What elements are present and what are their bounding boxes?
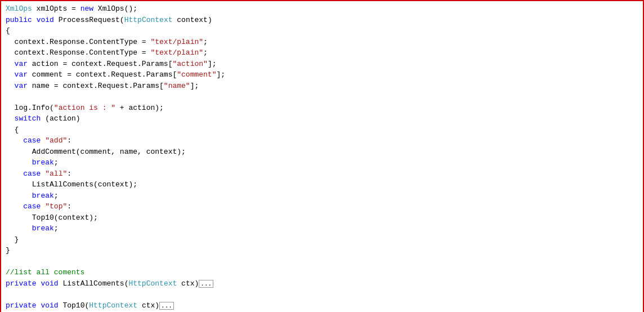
code-line-21: break; bbox=[6, 223, 638, 234]
code-line-6: var action = context.Request.Params["act… bbox=[6, 59, 638, 70]
code-line-14: AddComment(comment, name, context); bbox=[6, 146, 638, 158]
code-line-7: var comment = context.Request.Params["co… bbox=[6, 69, 638, 81]
code-line-4: context.Response.ContentType = "text/pla… bbox=[6, 37, 638, 48]
code-line-26: private void ListAllComents(HttpContext … bbox=[6, 278, 638, 289]
code-line-28: private void Top10(HttpContext ctx)... bbox=[6, 300, 638, 311]
code-line-20: Top10(context); bbox=[6, 212, 638, 224]
code-line-9 bbox=[6, 91, 638, 102]
code-line-18: break; bbox=[6, 190, 638, 202]
code-editor: XmlOps xmlOpts = new XmlOps();public voi… bbox=[0, 0, 644, 312]
code-line-23: } bbox=[6, 245, 638, 256]
code-line-3: { bbox=[6, 25, 638, 37]
code-line-16: case "all": bbox=[6, 168, 638, 180]
code-content: XmlOps xmlOpts = new XmlOps();public voi… bbox=[6, 3, 638, 312]
code-line-25: //list all coments bbox=[6, 267, 638, 278]
code-line-22: } bbox=[6, 234, 638, 246]
code-line-1: XmlOps xmlOpts = new XmlOps(); bbox=[6, 3, 638, 15]
code-line-27 bbox=[6, 289, 638, 300]
code-line-19: case "top": bbox=[6, 201, 638, 212]
code-line-12: { bbox=[6, 124, 638, 136]
code-line-15: break; bbox=[6, 157, 638, 168]
code-line-24 bbox=[6, 256, 638, 268]
code-line-13: case "add": bbox=[6, 135, 638, 146]
code-line-8: var name = context.Request.Params["name"… bbox=[6, 81, 638, 92]
code-line-17: ListAllComents(context); bbox=[6, 179, 638, 190]
code-line-11: switch (action) bbox=[6, 113, 638, 124]
code-line-10: log.Info("action is : " + action); bbox=[6, 102, 638, 114]
code-line-5: context.Response.ContentType = "text/pla… bbox=[6, 47, 638, 59]
code-line-2: public void ProcessRequest(HttpContext c… bbox=[6, 15, 638, 26]
